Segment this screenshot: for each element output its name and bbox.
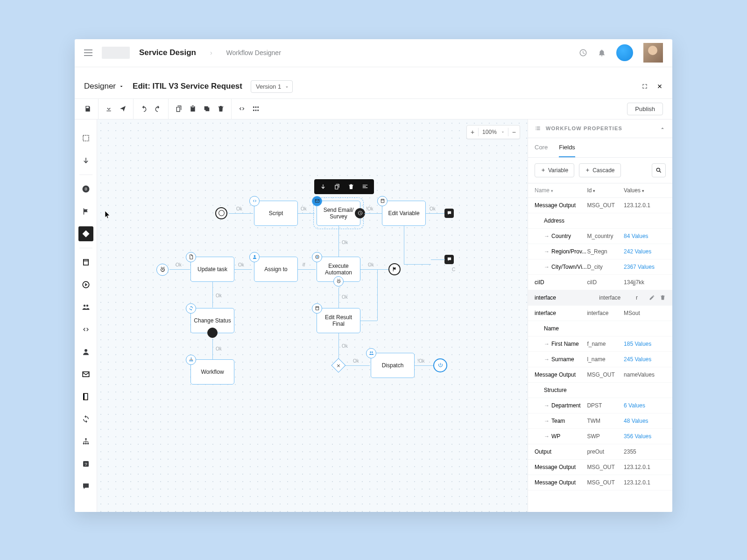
table-row[interactable]: ciIDciID134jj7kk xyxy=(528,275,672,290)
zoom-in-button[interactable]: + xyxy=(467,128,478,136)
table-row[interactable]: →TeamTWM48 Values xyxy=(528,413,672,429)
palette-mail[interactable] xyxy=(78,367,93,382)
cell-values[interactable]: 6 Values xyxy=(624,402,666,409)
delete-icon[interactable] xyxy=(660,294,666,301)
undo-icon[interactable] xyxy=(140,105,148,112)
table-row[interactable]: →DepartmentDPST6 Values xyxy=(528,398,672,413)
table-row[interactable]: interfaceinterfacer xyxy=(528,290,672,306)
cell-values[interactable]: 242 Values xyxy=(624,248,666,255)
table-row[interactable]: interfaceinterfaceMSout xyxy=(528,306,672,321)
col-id[interactable]: Id▾ xyxy=(587,187,624,194)
table-row[interactable]: →City/Town/Vi...D_city2367 Values xyxy=(528,259,672,275)
node-edit-result[interactable]: Edit Result Final xyxy=(317,308,360,333)
designer-dropdown[interactable]: Designer xyxy=(84,82,124,91)
cell-values[interactable]: 245 Values xyxy=(624,356,666,363)
table-row[interactable]: →First Namef_name185 Values xyxy=(528,336,672,352)
palette-play[interactable] xyxy=(78,277,93,292)
node-update-task[interactable]: Update task xyxy=(190,257,234,282)
palette-person[interactable] xyxy=(78,344,93,359)
expand-icon[interactable] xyxy=(641,83,648,90)
tab-core[interactable]: Core xyxy=(535,138,548,157)
collapse-icon[interactable] xyxy=(659,125,666,132)
cell-values[interactable]: 356 Values xyxy=(624,433,666,440)
add-cascade-button[interactable]: Cascade xyxy=(579,163,620,177)
notifications-icon[interactable] xyxy=(598,49,606,57)
palette-book[interactable] xyxy=(78,389,93,404)
publish-button[interactable]: Publish xyxy=(627,103,663,115)
node-timer[interactable] xyxy=(156,264,169,276)
table-row[interactable]: Address xyxy=(528,213,672,229)
structure-icon[interactable] xyxy=(252,105,260,112)
add-variable-button[interactable]: Variable xyxy=(535,163,574,177)
context-delete[interactable] xyxy=(345,181,357,193)
redo-icon[interactable] xyxy=(154,105,162,112)
col-values[interactable]: Values▾ xyxy=(624,187,666,194)
palette-date[interactable] xyxy=(78,255,93,270)
node-edit-variable[interactable]: Edit Variable xyxy=(382,201,426,226)
palette-help[interactable] xyxy=(78,456,93,471)
table-row[interactable]: →Surnamel_name245 Values xyxy=(528,352,672,367)
palette-connector[interactable] xyxy=(78,153,93,168)
palette-code[interactable] xyxy=(78,322,93,337)
node-change-status[interactable]: Change Status xyxy=(190,308,234,333)
avatar-user[interactable] xyxy=(643,43,663,63)
palette-flag[interactable] xyxy=(78,204,93,219)
col-name[interactable]: Name▾ xyxy=(535,187,587,194)
save-icon[interactable] xyxy=(84,105,92,112)
export-icon[interactable] xyxy=(119,105,127,112)
menu-button[interactable] xyxy=(84,49,92,56)
node-send-email[interactable]: Send Email/ Survey xyxy=(317,201,360,226)
node-execute-automaton[interactable]: Execute Automaton xyxy=(317,257,360,282)
palette-tree[interactable] xyxy=(78,434,93,449)
version-select[interactable]: Version 1 xyxy=(251,80,293,93)
palette-gateway[interactable] xyxy=(78,226,93,241)
avatar-workspace[interactable] xyxy=(616,44,633,61)
node-comment-chip[interactable] xyxy=(444,255,454,264)
table-row[interactable]: Message OutputMSG_OUT123.12.0.1 xyxy=(528,198,672,213)
context-copy[interactable] xyxy=(331,181,343,193)
table-row[interactable]: Message OutputMSG_OUT123.12.0.1 xyxy=(528,475,672,490)
tab-fields[interactable]: Fields xyxy=(559,138,575,157)
node-dispatch[interactable]: Dispatch xyxy=(371,353,415,378)
table-row[interactable]: OutputpreOut2355 xyxy=(528,444,672,460)
search-button[interactable] xyxy=(652,163,666,177)
edit-icon[interactable] xyxy=(649,294,655,301)
import-icon[interactable] xyxy=(105,105,113,112)
table-row[interactable]: Message OutputMSG_OUT123.12.0.1 xyxy=(528,460,672,475)
breadcrumb[interactable]: Workflow Designer xyxy=(226,49,281,56)
node-assign-to[interactable]: Assign to xyxy=(254,257,298,282)
palette-select[interactable] xyxy=(78,131,93,146)
table-row[interactable]: →CountryM_country84 Values xyxy=(528,229,672,244)
node-workflow[interactable]: Workflow xyxy=(190,359,234,385)
history-icon[interactable] xyxy=(579,49,587,57)
node-start[interactable] xyxy=(215,207,227,219)
copy-icon[interactable] xyxy=(175,105,183,112)
cell-values[interactable]: 2367 Values xyxy=(624,264,666,270)
canvas[interactable]: + 100% − Ok Script Ok Send Email/ Survey xyxy=(97,119,528,512)
node-script[interactable]: Script xyxy=(254,201,298,226)
table-row[interactable]: →WPSWP356 Values xyxy=(528,429,672,444)
cell-values[interactable]: 84 Values xyxy=(624,233,666,239)
context-align[interactable] xyxy=(359,181,371,193)
palette-sync[interactable] xyxy=(78,412,93,427)
paste-icon[interactable] xyxy=(189,105,197,112)
node-end[interactable] xyxy=(433,358,447,372)
palette-start[interactable] xyxy=(78,182,93,196)
close-icon[interactable] xyxy=(656,83,663,90)
cell-values[interactable]: 185 Values xyxy=(624,341,666,347)
node-comment-chip[interactable] xyxy=(444,209,454,218)
table-row[interactable]: Message OutputMSG_OUTnameValues xyxy=(528,367,672,383)
cell-values[interactable]: 48 Values xyxy=(624,418,666,424)
table-row[interactable]: Structure xyxy=(528,383,672,398)
delete-icon[interactable] xyxy=(217,105,225,112)
zoom-level[interactable]: 100% xyxy=(479,129,500,135)
code-icon[interactable] xyxy=(238,105,246,112)
palette-comment[interactable] xyxy=(78,479,93,494)
palette-people[interactable] xyxy=(78,300,93,315)
zoom-out-button[interactable]: − xyxy=(508,128,520,136)
duplicate-icon[interactable] xyxy=(203,105,211,112)
table-row[interactable]: →Region/Prov...S_Regn242 Values xyxy=(528,244,672,259)
table-row[interactable]: Name xyxy=(528,321,672,336)
context-connector[interactable] xyxy=(317,181,329,193)
node-flag[interactable] xyxy=(388,263,401,275)
